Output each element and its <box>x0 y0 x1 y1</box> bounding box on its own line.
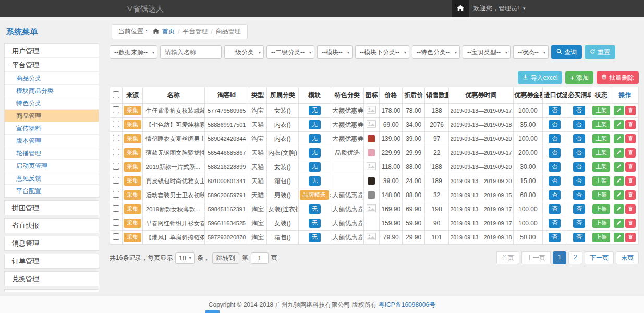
import-toggle-badge[interactable]: 否 <box>549 204 561 214</box>
status-badge[interactable]: 上架 <box>592 106 610 115</box>
row-checkbox[interactable] <box>113 106 119 113</box>
import-toggle-badge[interactable]: 否 <box>549 106 561 115</box>
mustbuy-toggle-badge[interactable]: 否 <box>573 148 585 158</box>
module-badge[interactable]: 品牌精选 <box>300 190 329 200</box>
import-toggle-badge[interactable]: 否 <box>549 162 561 172</box>
row-checkbox[interactable] <box>113 191 119 198</box>
import-toggle-badge[interactable]: 否 <box>549 134 561 143</box>
page-button[interactable]: 下一页 <box>585 251 614 264</box>
sidebar-item[interactable]: 特色分类 <box>5 97 99 110</box>
filter-select-3[interactable]: --模块下分类--▾ <box>355 45 409 59</box>
page-button[interactable]: 末页 <box>616 251 639 264</box>
page-button[interactable]: 2 <box>568 251 582 264</box>
row-checkbox[interactable] <box>113 163 119 170</box>
module-badge[interactable]: 无 <box>309 176 321 186</box>
sidebar-item[interactable]: 订单管理 <box>5 254 99 268</box>
import-excel-button[interactable]: 导入excel <box>518 71 562 84</box>
filter-select-0[interactable]: 一级分类▾ <box>224 45 264 59</box>
import-toggle-badge[interactable]: 否 <box>549 176 561 186</box>
filter-select-1[interactable]: --二级分类--▾ <box>266 45 314 59</box>
delete-button[interactable] <box>625 148 636 158</box>
row-checkbox[interactable] <box>113 233 119 240</box>
status-badge[interactable]: 上架 <box>592 120 610 129</box>
module-badge[interactable]: 无 <box>309 120 321 129</box>
mustbuy-toggle-badge[interactable]: 否 <box>573 219 585 228</box>
jump-page-input[interactable] <box>251 252 269 264</box>
module-badge[interactable]: 无 <box>309 148 321 158</box>
delete-button[interactable] <box>625 162 636 172</box>
import-toggle-badge[interactable]: 否 <box>549 120 561 129</box>
sidebar-item[interactable]: 商品分类 <box>5 72 99 85</box>
import-toggle-badge[interactable]: 否 <box>549 233 561 242</box>
mustbuy-toggle-badge[interactable]: 否 <box>573 134 585 143</box>
status-badge[interactable]: 上架 <box>592 219 610 228</box>
module-badge[interactable]: 无 <box>309 233 321 242</box>
mustbuy-toggle-badge[interactable]: 否 <box>573 190 585 200</box>
delete-button[interactable] <box>625 134 636 143</box>
sidebar-item[interactable]: 商品管理 <box>5 110 99 122</box>
status-badge[interactable]: 上架 <box>592 162 610 172</box>
sidebar-item[interactable]: 平台配置 <box>5 185 99 197</box>
module-badge[interactable]: 无 <box>309 134 321 143</box>
sidebar-item[interactable]: 启动页管理 <box>5 160 99 172</box>
row-checkbox[interactable] <box>113 205 119 212</box>
sidebar-item[interactable]: 意见反馈 <box>5 172 99 185</box>
user-menu[interactable]: 欢迎您，管理员! ▼ <box>473 0 526 17</box>
sidebar-item[interactable]: 拼团管理 <box>5 201 99 215</box>
filter-select-6[interactable]: --状态--▾ <box>513 45 549 59</box>
delete-button[interactable] <box>625 106 636 115</box>
delete-button[interactable] <box>625 233 636 242</box>
select-all-checkbox[interactable] <box>113 91 119 98</box>
row-checkbox[interactable] <box>113 121 119 127</box>
sidebar-item[interactable]: 消息管理 <box>5 236 99 250</box>
status-badge[interactable]: 上架 <box>592 134 610 143</box>
sidebar-item[interactable]: 用户管理 <box>5 44 99 58</box>
status-badge[interactable]: 上架 <box>592 204 610 214</box>
sidebar-item[interactable]: 轮播管理 <box>5 147 99 160</box>
module-badge[interactable]: 无 <box>309 219 321 228</box>
row-checkbox[interactable] <box>113 149 119 155</box>
delete-button[interactable] <box>625 120 636 129</box>
breadcrumb-home-link[interactable]: 首页 <box>162 27 175 36</box>
status-badge[interactable]: 上架 <box>592 176 610 186</box>
mustbuy-toggle-badge[interactable]: 否 <box>573 106 585 115</box>
mustbuy-toggle-badge[interactable]: 否 <box>573 176 585 186</box>
filter-select-4[interactable]: --特色分类--▾ <box>412 45 460 59</box>
home-button[interactable] <box>452 0 469 17</box>
edit-button[interactable] <box>614 120 624 129</box>
delete-button[interactable] <box>625 204 636 214</box>
row-checkbox[interactable] <box>113 219 119 226</box>
filter-select-source[interactable]: --数据来源--▾ <box>110 45 157 59</box>
name-search-input[interactable] <box>160 45 222 59</box>
status-badge[interactable]: 上架 <box>592 190 610 200</box>
filter-select-5[interactable]: --宝贝类型--▾ <box>463 45 511 59</box>
mustbuy-toggle-badge[interactable]: 否 <box>573 233 585 242</box>
filter-select-2[interactable]: --模块--▾ <box>317 45 353 59</box>
add-button[interactable]: + 添加 <box>565 71 593 84</box>
delete-button[interactable] <box>625 176 636 186</box>
edit-button[interactable] <box>614 162 624 172</box>
status-badge[interactable]: 上架 <box>592 148 610 158</box>
edit-button[interactable] <box>614 134 624 143</box>
edit-button[interactable] <box>614 148 624 158</box>
icp-link[interactable]: 粤ICP备16098006号 <box>379 300 435 309</box>
import-toggle-badge[interactable]: 否 <box>549 219 561 228</box>
row-checkbox[interactable] <box>113 135 119 141</box>
import-toggle-badge[interactable]: 否 <box>549 148 561 158</box>
edit-button[interactable] <box>614 176 624 186</box>
reset-button[interactable]: 重置 <box>585 45 615 59</box>
delete-button[interactable] <box>625 219 636 228</box>
mustbuy-toggle-badge[interactable]: 否 <box>573 162 585 172</box>
module-badge[interactable]: 无 <box>309 162 321 172</box>
edit-button[interactable] <box>614 233 624 242</box>
sidebar-item[interactable]: 兑换管理 <box>5 272 99 286</box>
edit-button[interactable] <box>614 190 624 200</box>
page-button[interactable]: 1 <box>553 251 567 264</box>
batch-delete-button[interactable]: 批量删除 <box>597 71 639 84</box>
sidebar-item[interactable]: 省直快报 <box>5 219 99 233</box>
module-badge[interactable]: 无 <box>309 106 321 115</box>
sidebar-item[interactable]: 版本管理 <box>5 135 99 147</box>
module-badge[interactable]: 无 <box>309 204 321 214</box>
edit-button[interactable] <box>614 106 624 115</box>
status-badge[interactable]: 上架 <box>592 233 610 242</box>
